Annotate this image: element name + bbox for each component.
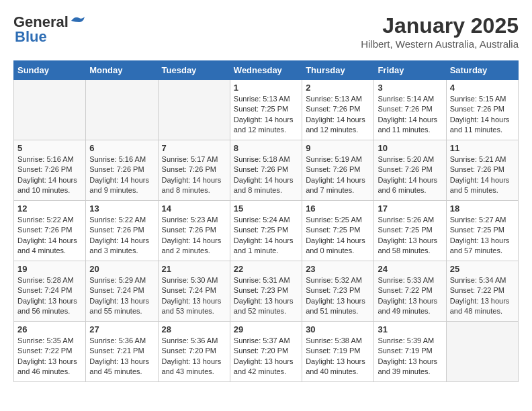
day-info: Sunrise: 5:33 AMSunset: 7:22 PMDaylight:…: [378, 275, 442, 317]
calendar-cell: 3 Sunrise: 5:14 AMSunset: 7:26 PMDayligh…: [374, 80, 446, 140]
day-number: 26: [17, 324, 82, 334]
day-number: 5: [17, 143, 82, 153]
day-number: 3: [378, 83, 442, 93]
calendar-cell: 27 Sunrise: 5:36 AMSunset: 7:21 PMDaylig…: [86, 322, 158, 382]
day-number: 15: [234, 203, 298, 214]
logo-blue: Blue: [15, 28, 47, 46]
day-info: Sunrise: 5:38 AMSunset: 7:19 PMDaylight:…: [306, 336, 370, 377]
week-row-3: 12 Sunrise: 5:22 AMSunset: 7:26 PMDaylig…: [14, 201, 519, 261]
calendar-cell: 26 Sunrise: 5:35 AMSunset: 7:22 PMDaylig…: [14, 322, 86, 382]
week-row-1: 1 Sunrise: 5:13 AMSunset: 7:25 PMDayligh…: [14, 80, 519, 140]
page-header: General Blue January 2025 Hilbert, Weste…: [13, 13, 519, 50]
weekday-header-thursday: Thursday: [302, 61, 374, 80]
day-number: 24: [378, 264, 442, 274]
calendar-cell: 13 Sunrise: 5:22 AMSunset: 7:26 PMDaylig…: [86, 201, 158, 261]
calendar-cell: 11 Sunrise: 5:21 AMSunset: 7:26 PMDaylig…: [446, 140, 518, 201]
day-info: Sunrise: 5:25 AMSunset: 7:25 PMDaylight:…: [306, 215, 370, 257]
calendar-cell: 17 Sunrise: 5:26 AMSunset: 7:25 PMDaylig…: [374, 201, 446, 261]
day-number: 31: [378, 324, 442, 334]
day-info: Sunrise: 5:24 AMSunset: 7:25 PMDaylight:…: [234, 215, 298, 257]
day-number: 20: [89, 264, 154, 274]
day-info: Sunrise: 5:15 AMSunset: 7:26 PMDaylight:…: [450, 94, 515, 136]
calendar-cell: 28 Sunrise: 5:36 AMSunset: 7:20 PMDaylig…: [158, 322, 230, 382]
calendar-cell: 8 Sunrise: 5:18 AMSunset: 7:26 PMDayligh…: [230, 140, 302, 201]
day-number: 10: [378, 143, 442, 153]
calendar-cell: [158, 80, 230, 140]
day-number: 14: [162, 203, 226, 214]
calendar-cell: 15 Sunrise: 5:24 AMSunset: 7:25 PMDaylig…: [230, 201, 302, 261]
day-info: Sunrise: 5:20 AMSunset: 7:26 PMDaylight:…: [378, 154, 442, 196]
calendar-title: January 2025: [361, 13, 519, 38]
calendar-cell: [14, 80, 86, 140]
day-info: Sunrise: 5:13 AMSunset: 7:25 PMDaylight:…: [234, 94, 298, 136]
calendar-cell: 31 Sunrise: 5:39 AMSunset: 7:19 PMDaylig…: [374, 322, 446, 382]
day-number: 12: [17, 203, 82, 214]
day-info: Sunrise: 5:30 AMSunset: 7:24 PMDaylight:…: [162, 275, 226, 317]
weekday-header-saturday: Saturday: [446, 61, 518, 80]
day-number: 27: [89, 324, 154, 334]
day-number: 23: [306, 264, 370, 274]
logo-bird-icon: [70, 15, 85, 26]
calendar-cell: [446, 322, 518, 382]
day-number: 22: [234, 264, 298, 274]
day-number: 2: [306, 83, 370, 93]
day-info: Sunrise: 5:19 AMSunset: 7:26 PMDaylight:…: [306, 154, 370, 196]
day-number: 29: [234, 324, 298, 334]
day-number: 11: [450, 143, 515, 153]
day-info: Sunrise: 5:28 AMSunset: 7:24 PMDaylight:…: [17, 275, 82, 317]
day-info: Sunrise: 5:18 AMSunset: 7:26 PMDaylight:…: [234, 154, 298, 196]
calendar-cell: 14 Sunrise: 5:23 AMSunset: 7:26 PMDaylig…: [158, 201, 230, 261]
calendar-cell: 25 Sunrise: 5:34 AMSunset: 7:22 PMDaylig…: [446, 261, 518, 322]
calendar-cell: 22 Sunrise: 5:31 AMSunset: 7:23 PMDaylig…: [230, 261, 302, 322]
calendar-cell: 16 Sunrise: 5:25 AMSunset: 7:25 PMDaylig…: [302, 201, 374, 261]
day-info: Sunrise: 5:39 AMSunset: 7:19 PMDaylight:…: [378, 336, 442, 377]
day-number: 17: [378, 203, 442, 214]
day-info: Sunrise: 5:22 AMSunset: 7:26 PMDaylight:…: [89, 215, 154, 257]
logo: General Blue: [13, 13, 85, 46]
calendar-cell: 2 Sunrise: 5:13 AMSunset: 7:26 PMDayligh…: [302, 80, 374, 140]
day-number: 6: [89, 143, 154, 153]
day-info: Sunrise: 5:13 AMSunset: 7:26 PMDaylight:…: [306, 94, 370, 136]
week-row-2: 5 Sunrise: 5:16 AMSunset: 7:26 PMDayligh…: [14, 140, 519, 201]
day-info: Sunrise: 5:14 AMSunset: 7:26 PMDaylight:…: [378, 94, 442, 136]
calendar-cell: 6 Sunrise: 5:16 AMSunset: 7:26 PMDayligh…: [86, 140, 158, 201]
day-info: Sunrise: 5:22 AMSunset: 7:26 PMDaylight:…: [17, 215, 82, 257]
calendar-table: SundayMondayTuesdayWednesdayThursdayFrid…: [13, 60, 519, 382]
weekday-header-row: SundayMondayTuesdayWednesdayThursdayFrid…: [14, 61, 519, 80]
day-info: Sunrise: 5:32 AMSunset: 7:23 PMDaylight:…: [306, 275, 370, 317]
calendar-cell: 19 Sunrise: 5:28 AMSunset: 7:24 PMDaylig…: [14, 261, 86, 322]
day-number: 21: [162, 264, 226, 274]
weekday-header-monday: Monday: [86, 61, 158, 80]
day-number: 13: [89, 203, 154, 214]
day-info: Sunrise: 5:16 AMSunset: 7:26 PMDaylight:…: [17, 154, 82, 196]
day-info: Sunrise: 5:37 AMSunset: 7:20 PMDaylight:…: [234, 336, 298, 377]
day-info: Sunrise: 5:27 AMSunset: 7:25 PMDaylight:…: [450, 215, 515, 257]
day-number: 8: [234, 143, 298, 153]
day-info: Sunrise: 5:31 AMSunset: 7:23 PMDaylight:…: [234, 275, 298, 317]
day-number: 28: [162, 324, 226, 334]
day-info: Sunrise: 5:23 AMSunset: 7:26 PMDaylight:…: [162, 215, 226, 257]
day-info: Sunrise: 5:36 AMSunset: 7:20 PMDaylight:…: [162, 336, 226, 377]
day-number: 30: [306, 324, 370, 334]
weekday-header-sunday: Sunday: [14, 61, 86, 80]
day-number: 9: [306, 143, 370, 153]
calendar-cell: 21 Sunrise: 5:30 AMSunset: 7:24 PMDaylig…: [158, 261, 230, 322]
calendar-cell: 9 Sunrise: 5:19 AMSunset: 7:26 PMDayligh…: [302, 140, 374, 201]
day-number: 18: [450, 203, 515, 214]
day-info: Sunrise: 5:26 AMSunset: 7:25 PMDaylight:…: [378, 215, 442, 257]
calendar-cell: 12 Sunrise: 5:22 AMSunset: 7:26 PMDaylig…: [14, 201, 86, 261]
day-info: Sunrise: 5:16 AMSunset: 7:26 PMDaylight:…: [89, 154, 154, 196]
calendar-cell: 4 Sunrise: 5:15 AMSunset: 7:26 PMDayligh…: [446, 80, 518, 140]
weekday-header-tuesday: Tuesday: [158, 61, 230, 80]
day-info: Sunrise: 5:21 AMSunset: 7:26 PMDaylight:…: [450, 154, 515, 196]
calendar-cell: [86, 80, 158, 140]
calendar-cell: 29 Sunrise: 5:37 AMSunset: 7:20 PMDaylig…: [230, 322, 302, 382]
calendar-cell: 10 Sunrise: 5:20 AMSunset: 7:26 PMDaylig…: [374, 140, 446, 201]
title-area: January 2025 Hilbert, Western Australia,…: [361, 13, 519, 50]
day-info: Sunrise: 5:34 AMSunset: 7:22 PMDaylight:…: [450, 275, 515, 317]
calendar-cell: 7 Sunrise: 5:17 AMSunset: 7:26 PMDayligh…: [158, 140, 230, 201]
day-info: Sunrise: 5:35 AMSunset: 7:22 PMDaylight:…: [17, 336, 82, 377]
weekday-header-friday: Friday: [374, 61, 446, 80]
calendar-cell: 5 Sunrise: 5:16 AMSunset: 7:26 PMDayligh…: [14, 140, 86, 201]
weekday-header-wednesday: Wednesday: [230, 61, 302, 80]
